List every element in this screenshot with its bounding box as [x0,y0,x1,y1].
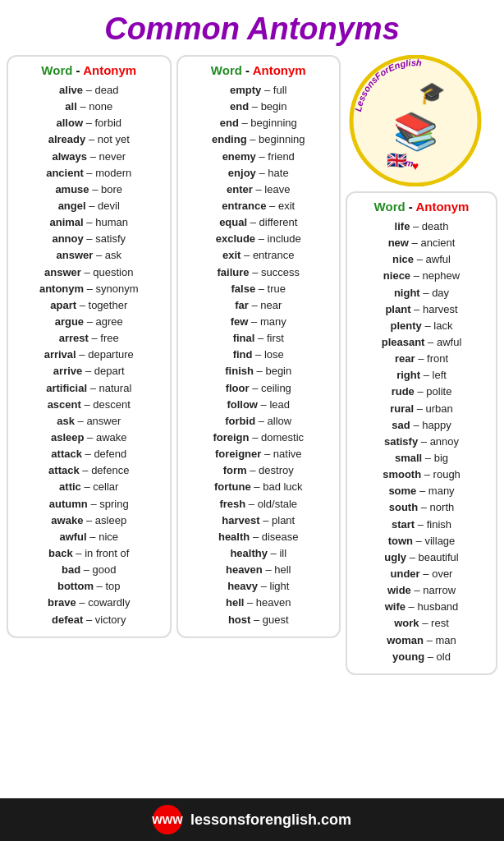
dash: – [250,216,256,228]
list-item: answer – question [16,264,162,281]
word: arrest [59,332,89,344]
dash: – [252,382,258,394]
word: autumn [49,498,88,510]
col1-word-label: Word [41,63,72,77]
col1-antonym-label: Antonym [83,63,136,77]
antonym: devil [98,200,120,212]
list-item: hell – heaven [186,595,332,611]
dash: – [96,249,102,261]
word: enemy [222,150,256,163]
list-item: woman – man [355,632,488,649]
word: bad [62,563,80,576]
antonym: exit [278,200,295,212]
antonym: lose [264,348,284,361]
dash: – [424,369,429,381]
list-item: foreigner – native [186,446,332,462]
dash: – [249,498,254,510]
col3-word-label: Word [374,200,405,214]
antonym: first [267,332,284,344]
list-item: artificial – natural [16,380,162,397]
antonym: lead [269,398,290,411]
antonym: defend [94,448,126,460]
antonym: left [433,369,447,381]
footer-icon: www [153,805,182,834]
dash: – [84,480,89,493]
antonym: free [100,332,118,344]
list-item: equal – different [186,214,332,231]
logo-svg: LessonsForEnglish .Com 📚 🎓 🇬🇧 ♥ [346,55,485,186]
antonym: different [259,216,298,228]
word: foreign [213,431,249,443]
column2-header: Word - Antonym [186,63,332,77]
word: arrive [53,365,82,377]
dash: – [423,568,428,580]
list-item: ugly – beautiful [355,549,488,566]
word: arrival [44,348,76,361]
dash: – [89,531,95,543]
antonym: many [260,315,286,328]
list-item: animal – human [16,214,162,231]
dash: – [259,167,264,179]
word: all [65,100,76,113]
list-item: form – destroy [186,462,332,479]
dash: – [86,167,92,179]
word: night [394,287,420,299]
dash: – [428,336,433,348]
word: follow [227,398,258,411]
word: ancient [46,167,84,179]
dash: – [250,133,255,145]
list-item: answer – ask [16,247,162,264]
word: wide [387,584,411,596]
word: ugly [384,551,406,563]
list-item: ask – answer [16,413,162,430]
list-item: exclude – include [186,231,332,247]
books-icon: 📚 [393,110,438,153]
antonym: modern [95,167,131,179]
antonym: cellar [93,480,118,493]
dash: – [89,200,94,212]
antonym: ask [105,249,121,261]
dash: – [251,299,257,311]
antonym: asleep [95,514,126,526]
antonym: awful [437,336,461,348]
footer-icon-text: www [152,812,182,827]
antonym: friend [268,150,295,163]
word: work [394,617,419,629]
list-item: healthy – ill [186,545,332,562]
list-item: finish – begin [186,363,332,379]
col2-sep: - [245,63,253,77]
list-item: follow – lead [186,397,332,413]
antonym: north [430,501,455,513]
word: entrance [222,200,266,212]
antonym: hate [268,167,288,179]
list-item: amuse – bore [16,182,162,198]
antonym: cowardly [88,596,130,609]
antonym: native [273,448,302,460]
antonym: polite [426,385,451,398]
list-item: foreign – domestic [186,430,332,446]
antonym: beautiful [419,551,459,563]
list-item: rural – urban [355,401,488,417]
dash: – [418,518,424,531]
dash: – [255,183,261,195]
col3-pairs: life – deathnew – ancientnice – awfulnie… [355,218,488,665]
list-item: some – many [355,483,488,499]
page-title: Common Antonyms [96,0,408,55]
dash: – [412,237,418,249]
antonym: finish [427,518,451,531]
antonym: agree [96,315,123,328]
list-item: all – none [16,99,162,115]
dash: – [263,514,268,526]
antonym: synonym [96,283,139,295]
list-item: ancient – modern [16,165,162,182]
list-item: far – near [186,297,332,314]
antonym: day [432,287,449,299]
list-item: town – village [355,533,488,549]
dash: – [414,303,419,315]
dash: – [86,232,92,245]
word: new [388,237,409,249]
antonym: beginning [259,133,305,145]
list-item: ascent – descent [16,397,162,413]
list-item: heaven – hell [186,562,332,578]
antonym: human [95,216,128,228]
